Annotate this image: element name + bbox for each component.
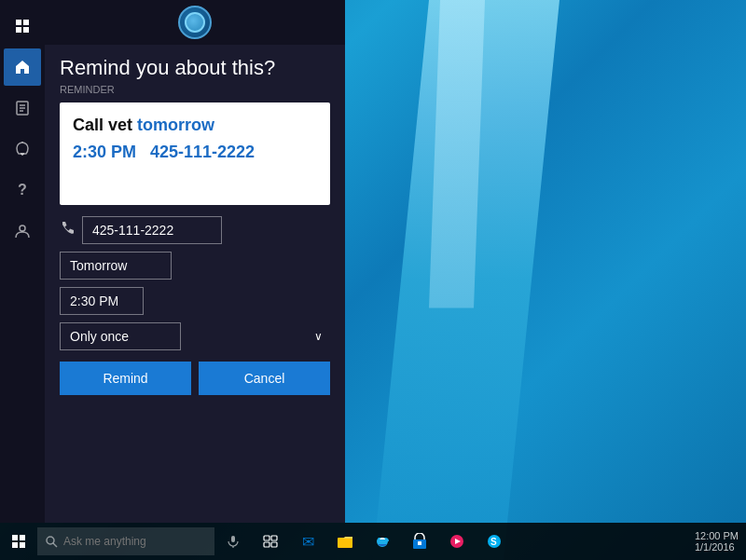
button-row: Remind Cancel <box>45 350 345 410</box>
remind-button[interactable]: Remind <box>60 362 191 395</box>
system-clock[interactable]: 12:00 PM1/1/2016 <box>695 530 739 553</box>
note-content: Call vet tomorrow 2:30 PM 425-111-2222 <box>73 112 255 166</box>
nav-rail: ? <box>0 0 45 523</box>
time-input[interactable] <box>60 287 144 315</box>
media-icon[interactable] <box>438 523 476 560</box>
cortana-content: Remind you about this? Reminder Call vet… <box>45 0 345 523</box>
remind-title: Remind you about this? <box>45 45 345 84</box>
taskbar: ✉ S 12:00 PM1/1/2016 <box>0 523 746 560</box>
edge-icon[interactable] <box>364 523 401 560</box>
date-input[interactable] <box>60 252 172 280</box>
taskbar-search-wrap[interactable] <box>37 523 252 560</box>
svg-rect-12 <box>264 536 269 540</box>
start-button[interactable] <box>0 523 37 560</box>
reminder-label: Reminder <box>45 84 345 102</box>
file-explorer-icon[interactable] <box>326 523 364 560</box>
nav-reminders[interactable] <box>4 130 41 168</box>
nav-notebook[interactable] <box>4 89 41 127</box>
note-tomorrow: tomorrow <box>137 116 214 134</box>
svg-rect-15 <box>271 542 277 547</box>
cortana-panel: ? Remind you about this? Reminder Call v… <box>0 0 345 523</box>
cortana-header <box>45 0 345 45</box>
svg-line-9 <box>53 543 57 547</box>
note-image: Call vet tomorrow 2:30 PM 425-111-2222 <box>60 102 330 205</box>
windows-icon <box>12 535 25 548</box>
form-area: Only once Daily Weekdays Weekly Monthly <box>45 216 345 350</box>
taskbar-mic-button[interactable] <box>214 523 252 560</box>
store-icon[interactable] <box>401 523 438 560</box>
svg-rect-13 <box>271 536 277 540</box>
nav-help[interactable]: ? <box>4 171 41 209</box>
nav-menu[interactable] <box>4 7 41 45</box>
svg-point-8 <box>47 537 54 544</box>
svg-rect-18 <box>418 541 421 545</box>
svg-rect-16 <box>338 538 352 548</box>
svg-rect-14 <box>264 542 269 547</box>
cancel-button[interactable]: Cancel <box>199 362 330 395</box>
svg-rect-10 <box>231 536 235 542</box>
nav-home[interactable] <box>4 48 41 86</box>
phone-row <box>60 216 330 244</box>
nav-profile[interactable] <box>4 212 41 250</box>
task-view-button[interactable] <box>252 523 289 560</box>
cortana-logo <box>178 6 212 39</box>
taskbar-search-input[interactable] <box>37 527 214 555</box>
skype-icon[interactable]: S <box>476 523 513 560</box>
system-tray: 12:00 PM1/1/2016 <box>695 530 746 553</box>
note-line2: 2:30 PM 425-111-2222 <box>73 139 255 166</box>
svg-text:S: S <box>490 537 497 547</box>
repeat-wrapper: Only once Daily Weekdays Weekly Monthly <box>60 322 330 350</box>
phone-icon <box>60 221 75 239</box>
note-line1: Call vet tomorrow <box>73 112 255 139</box>
outlook-icon[interactable]: ✉ <box>289 523 326 560</box>
phone-input[interactable] <box>82 216 222 244</box>
svg-point-7 <box>20 225 25 231</box>
repeat-select[interactable]: Only once Daily Weekdays Weekly Monthly <box>60 322 181 350</box>
